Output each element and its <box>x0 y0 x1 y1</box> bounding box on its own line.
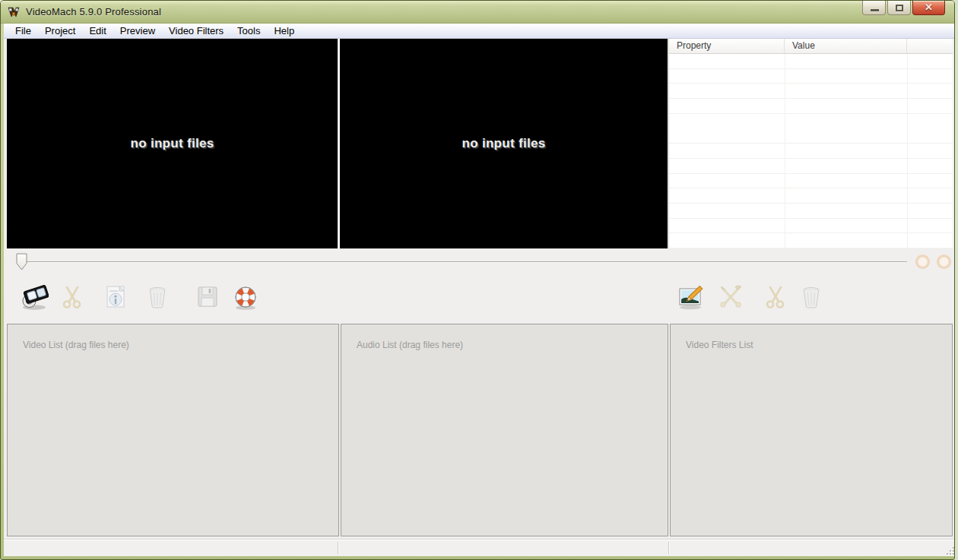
property-grid-header: Property Value <box>669 39 953 54</box>
menu-project[interactable]: Project <box>38 24 82 38</box>
output-preview-pane: no input files <box>340 39 668 248</box>
help-button[interactable] <box>231 283 260 313</box>
file-info-button <box>101 283 130 313</box>
next-frame-button <box>937 255 951 269</box>
timeline-row <box>4 248 955 274</box>
file-info-icon <box>101 283 130 312</box>
save-icon <box>193 283 222 312</box>
add-video-filter-button[interactable] <box>676 283 705 313</box>
delete-filter-button <box>797 283 826 313</box>
save-button <box>193 283 222 313</box>
delete-icon <box>143 283 172 312</box>
property-grid-body[interactable] <box>669 54 953 248</box>
video-preview-pane: no input files <box>7 39 338 248</box>
minimize-icon <box>871 9 879 11</box>
open-media-icon <box>20 283 49 312</box>
close-button[interactable]: ✕ <box>912 1 945 15</box>
timeline-slider-track[interactable] <box>22 261 907 262</box>
property-grid[interactable]: Property Value <box>668 39 953 248</box>
no-input-message: no input files <box>462 136 546 151</box>
app-window: VideoMach 5.9.0 Professional ✕ File Proj… <box>0 0 955 560</box>
column-header-blank[interactable] <box>907 39 953 53</box>
filter-settings-button <box>716 283 745 313</box>
resize-grip-icon[interactable] <box>944 545 954 555</box>
menu-preview[interactable]: Preview <box>113 24 162 38</box>
minimize-button[interactable] <box>862 1 886 15</box>
video-filters-list-panel[interactable]: Video Filters List <box>670 324 953 536</box>
client-area: File Project Edit Preview Video Filters … <box>4 24 955 556</box>
no-input-message: no input files <box>131 136 214 151</box>
app-logo-icon <box>7 5 21 19</box>
window-controls: ✕ <box>861 1 945 15</box>
audio-list-panel[interactable]: Audio List (drag files here) <box>341 324 668 536</box>
delete-button <box>143 283 172 313</box>
status-divider <box>338 542 338 554</box>
menu-video-filters[interactable]: Video Filters <box>162 24 230 38</box>
close-icon: ✕ <box>913 2 944 13</box>
title-bar[interactable]: VideoMach 5.9.0 Professional ✕ <box>1 1 954 24</box>
lists-area: Video List (drag files here) Audio List … <box>4 324 955 539</box>
timeline-slider-thumb[interactable] <box>16 253 27 271</box>
video-list-label: Video List (drag files here) <box>23 340 129 350</box>
status-bar <box>4 539 955 556</box>
toolbar <box>4 274 955 324</box>
open-media-button[interactable] <box>20 283 49 313</box>
previous-frame-button <box>915 255 930 269</box>
column-header-property[interactable]: Property <box>669 39 785 53</box>
cut-filter-icon <box>761 283 790 312</box>
restore-icon <box>896 5 903 11</box>
help-icon <box>231 283 260 312</box>
add-video-filter-icon <box>676 283 705 312</box>
restore-button[interactable] <box>887 1 911 15</box>
menu-file[interactable]: File <box>8 24 38 38</box>
delete-filter-icon <box>797 283 826 312</box>
column-header-value[interactable]: Value <box>785 39 907 53</box>
filter-settings-icon <box>716 283 745 312</box>
window-title: VideoMach 5.9.0 Professional <box>26 6 161 17</box>
audio-list-label: Audio List (drag files here) <box>357 340 463 350</box>
grid-column-divider <box>785 54 785 248</box>
cut-icon <box>58 283 87 312</box>
status-divider <box>668 542 669 554</box>
cut-filter-button <box>761 283 790 313</box>
menu-bar: File Project Edit Preview Video Filters … <box>4 24 955 39</box>
grid-column-divider <box>907 54 908 248</box>
video-list-panel[interactable]: Video List (drag files here) <box>7 324 339 536</box>
video-filters-list-label: Video Filters List <box>686 340 753 350</box>
cut-button <box>58 283 87 313</box>
menu-help[interactable]: Help <box>267 24 301 38</box>
menu-tools[interactable]: Tools <box>230 24 267 38</box>
menu-edit[interactable]: Edit <box>82 24 113 38</box>
